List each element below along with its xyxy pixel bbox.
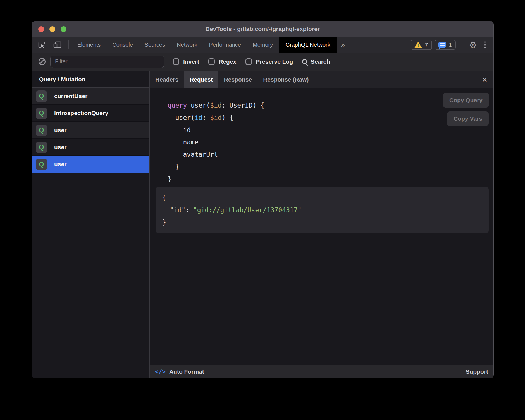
search-button[interactable]: Search (302, 58, 330, 65)
query-code-line: } (168, 173, 264, 185)
warning-icon (414, 42, 422, 48)
request-tab-response[interactable]: Response (218, 71, 257, 88)
main-split: Query / Mutation QcurrentUserQIntrospect… (32, 71, 493, 378)
checkbox-group-preserve-log[interactable]: Preserve Log (245, 58, 293, 65)
query-code-line: user(id: $id) { (168, 111, 264, 124)
issues-badge[interactable]: 1 (435, 40, 456, 50)
maximize-window-button[interactable] (61, 26, 66, 32)
checkbox-invert[interactable] (173, 58, 179, 65)
checkbox-preserve-log[interactable] (245, 58, 252, 65)
auto-format-icon: </> (155, 368, 166, 375)
checkbox-label-regex: Regex (219, 58, 236, 65)
query-list-item[interactable]: QcurrentUser (32, 88, 149, 105)
query-name: user (54, 127, 66, 133)
query-list-item[interactable]: QIntrospectionQuery (32, 105, 149, 122)
variables-line: "id": "gid://gitlab/User/13704317" (162, 204, 489, 216)
variables-json: { "id": "gid://gitlab/User/13704317"} (162, 192, 489, 228)
query-code-line: query user($id: UserID) { (168, 99, 264, 111)
query-list-panel: Query / Mutation QcurrentUserQIntrospect… (32, 71, 150, 378)
graphql-query-code: query user($id: UserID) { user(id: $id) … (168, 99, 264, 185)
devtools-tab-graphql-network[interactable]: GraphQL Network (279, 37, 337, 52)
devtools-window: DevTools - gitlab.com/-/graphql-explorer… (32, 21, 494, 378)
close-window-button[interactable] (38, 26, 44, 32)
devtools-tabbar: ElementsConsoleSourcesNetworkPerformance… (32, 37, 493, 52)
message-bubble-icon (438, 42, 446, 48)
filter-checkboxes: InvertRegexPreserve Log (173, 58, 293, 65)
auto-format-button[interactable]: Auto Format (169, 368, 204, 375)
search-label: Search (311, 58, 330, 65)
checkbox-regex[interactable] (208, 58, 215, 65)
copy-vars-button[interactable]: Copy Vars (447, 111, 489, 126)
query-list: QcurrentUserQIntrospectionQueryQuserQuse… (32, 88, 149, 173)
inspect-element-button[interactable] (35, 37, 48, 52)
checkbox-label-invert: Invert (183, 58, 199, 65)
query-name: user (54, 161, 66, 168)
query-type-badge: Q (36, 159, 47, 170)
device-toolbar-icon (53, 41, 62, 49)
support-link[interactable]: Support (466, 368, 488, 375)
request-tab-headers[interactable]: Headers (150, 71, 184, 88)
query-mutation-header: Query / Mutation (32, 71, 149, 88)
kebab-menu-icon[interactable] (480, 37, 490, 52)
variables-box: { "id": "gid://gitlab/User/13704317"} (156, 187, 489, 233)
devtools-tab-performance[interactable]: Performance (203, 37, 247, 52)
query-type-badge: Q (36, 90, 47, 102)
filter-input[interactable] (50, 56, 164, 68)
request-tab-request[interactable]: Request (184, 71, 218, 88)
minimize-window-button[interactable] (49, 26, 55, 32)
query-list-item[interactable]: Quser (32, 122, 149, 139)
variables-line: } (162, 216, 489, 228)
traffic-lights (38, 21, 66, 37)
panel-footer: </> Auto Format Support (150, 365, 493, 378)
devtools-tab-console[interactable]: Console (106, 37, 139, 52)
query-type-badge: Q (36, 125, 47, 136)
request-body: query user($id: UserID) { user(id: $id) … (150, 88, 493, 365)
titlebar: DevTools - gitlab.com/-/graphql-explorer (32, 21, 493, 37)
search-icon (302, 59, 307, 64)
window-title: DevTools - gitlab.com/-/graphql-explorer (205, 26, 320, 32)
query-list-item[interactable]: Quser (32, 156, 149, 173)
query-type-badge: Q (36, 142, 47, 153)
issue-count: 1 (449, 42, 452, 48)
request-tabs: HeadersRequestResponseResponse (Raw) (150, 71, 314, 88)
request-tabbar: HeadersRequestResponseResponse (Raw) × (150, 71, 493, 88)
devtools-tabs: ElementsConsoleSourcesNetworkPerformance… (71, 37, 337, 52)
warnings-badge[interactable]: 7 (411, 40, 432, 50)
query-list-item[interactable]: Quser (32, 139, 149, 156)
more-tabs-button[interactable]: » (337, 37, 349, 52)
request-tab-response-raw[interactable]: Response (Raw) (257, 71, 314, 88)
devtools-tab-memory[interactable]: Memory (247, 37, 279, 52)
copy-query-button[interactable]: Copy Query (443, 93, 489, 108)
query-code-line: } (168, 161, 264, 173)
devtools-tab-sources[interactable]: Sources (139, 37, 171, 52)
settings-gear-icon[interactable]: ⚙ (466, 37, 480, 52)
query-type-badge: Q (36, 108, 47, 119)
warning-count: 7 (425, 42, 428, 48)
request-detail-panel: HeadersRequestResponseResponse (Raw) × q… (150, 71, 493, 378)
variables-line: { (162, 192, 489, 204)
filter-bar: InvertRegexPreserve Log Search (32, 52, 493, 71)
tabbar-spacer (349, 37, 411, 52)
checkbox-group-regex[interactable]: Regex (208, 58, 236, 65)
close-panel-icon[interactable]: × (481, 75, 488, 84)
toolbar-divider (68, 40, 69, 49)
query-code-line: name (168, 136, 264, 148)
toolbar-divider (462, 41, 462, 49)
checkbox-group-invert[interactable]: Invert (173, 58, 199, 65)
query-code-line: id (168, 124, 264, 136)
inspect-cursor-icon (38, 41, 46, 49)
query-name: currentUser (54, 93, 87, 99)
device-toolbar-button[interactable] (51, 37, 64, 52)
checkbox-label-preserve-log: Preserve Log (256, 58, 293, 65)
devtools-tab-network[interactable]: Network (171, 37, 203, 52)
query-name: user (54, 144, 66, 151)
query-name: IntrospectionQuery (54, 110, 108, 116)
query-code-line: avatarUrl (168, 148, 264, 161)
devtools-tab-elements[interactable]: Elements (71, 37, 106, 52)
clear-filter-icon[interactable] (39, 58, 46, 65)
